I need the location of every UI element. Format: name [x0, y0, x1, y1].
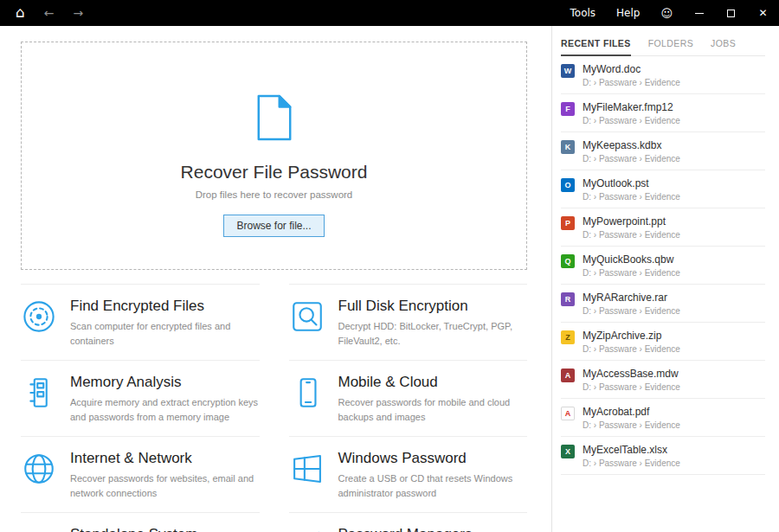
feature-internet-network[interactable]: Internet & Network Recover passwords for… [21, 436, 260, 512]
tab-jobs[interactable]: JOBS [711, 38, 736, 56]
back-button[interactable]: ← [44, 7, 55, 19]
file-info: MyAccessBase.mdw D: › Passware › Evidenc… [583, 368, 680, 392]
feature-title: Full Disk Encryption [338, 298, 528, 315]
recent-file-item[interactable]: Q MyQuickBooks.qbw D: › Passware › Evide… [561, 247, 765, 285]
file-path: D: › Passware › Evidence [583, 116, 680, 125]
help-menu[interactable]: Help [606, 0, 650, 26]
filemaker-file-icon: F [561, 102, 575, 116]
file-info: MyFileMaker.fmp12 D: › Passware › Eviden… [583, 101, 680, 125]
feature-title: Windows Password [338, 450, 528, 467]
feature-password-managers[interactable]: Password Managers Recover master passwor… [289, 512, 528, 532]
dropzone-title: Recover File Password [181, 162, 368, 183]
titlebar: ⌂ ← → Tools Help ☺ ✕ [0, 0, 779, 26]
feature-full-disk-encryption[interactable]: Full Disk Encryption Decrypt HDD: BitLoc… [289, 284, 528, 360]
maximize-icon [727, 10, 735, 17]
file-info: MyOutlook.pst D: › Passware › Evidence [583, 177, 680, 202]
feature-standalone-system[interactable]: Standalone System Extract passwords for … [21, 512, 260, 532]
file-info: MyQuickBooks.qbw D: › Passware › Evidenc… [583, 253, 680, 278]
file-info: MyRARarchive.rar D: › Passware › Evidenc… [583, 292, 680, 316]
sidebar: RECENT FILESFOLDERSJOBS W MyWord.doc D: … [551, 26, 779, 532]
file-path: D: › Passware › Evidence [583, 154, 680, 163]
recent-file-item[interactable]: W MyWord.doc D: › Passware › Evidence [561, 56, 765, 94]
app-window: ⌂ ← → Tools Help ☺ ✕ Recover File Passwo… [0, 0, 779, 532]
document-icon [254, 94, 294, 141]
feature-title: Find Encrypted Files [70, 298, 260, 315]
feature-find-encrypted-files[interactable]: Find Encrypted Files Scan computer for e… [21, 284, 260, 360]
feature-text: Windows Password Create a USB or CD that… [338, 450, 528, 500]
feature-description: Decrypt HDD: BitLocker, TrueCrypt, PGP, … [338, 319, 528, 348]
file-info: MyZipArchive.zip D: › Passware › Evidenc… [583, 330, 680, 354]
outlook-file-icon: O [561, 178, 575, 192]
file-name: MyAccessBase.mdw [583, 368, 680, 380]
feature-description: Recover passwords for websites, email an… [70, 471, 260, 500]
file-name: MyQuickBooks.qbw [583, 253, 680, 266]
feature-description: Acquire memory and extract encryption ke… [70, 395, 260, 424]
feature-description: Scan computer for encrypted files and co… [70, 319, 260, 348]
main-panel: Recover File Password Drop files here to… [0, 26, 551, 532]
disc-scan-icon [21, 298, 57, 338]
feature-text: Full Disk Encryption Decrypt HDD: BitLoc… [338, 298, 528, 348]
file-name: MyZipArchive.zip [583, 330, 680, 342]
file-name: MyFileMaker.fmp12 [583, 101, 680, 113]
windows-icon [289, 451, 325, 490]
feature-mobile-cloud[interactable]: Mobile & Cloud Recover passwords for mob… [289, 360, 528, 436]
word-file-icon: W [561, 64, 575, 78]
file-name: MyAcrobat.pdf [583, 406, 680, 418]
feature-title: Mobile & Cloud [338, 374, 528, 391]
recent-file-item[interactable]: Z MyZipArchive.zip D: › Passware › Evide… [561, 323, 765, 361]
close-button[interactable]: ✕ [747, 0, 779, 26]
file-name: MyPowerpoint.ppt [583, 215, 680, 228]
file-name: MyExcelTable.xlsx [583, 444, 680, 456]
recent-file-item[interactable]: O MyOutlook.pst D: › Passware › Evidence [561, 170, 765, 208]
forward-button[interactable]: → [74, 7, 84, 19]
file-name: MyOutlook.pst [583, 177, 680, 189]
maximize-button[interactable] [715, 0, 747, 26]
file-name: MyWord.doc [583, 63, 680, 75]
rar-file-icon: R [561, 292, 575, 306]
recent-file-item[interactable]: R MyRARarchive.rar D: › Passware › Evide… [561, 285, 765, 323]
pdf-file-icon: A [561, 407, 575, 420]
file-path: D: › Passware › Evidence [583, 230, 680, 240]
file-info: MyPowerpoint.ppt D: › Passware › Evidenc… [583, 215, 680, 240]
feedback-smiley-icon[interactable]: ☺ [650, 7, 683, 20]
file-path: D: › Passware › Evidence [583, 192, 680, 202]
file-drop-zone[interactable]: Recover File Password Drop files here to… [21, 42, 527, 270]
home-button[interactable]: ⌂ [16, 5, 25, 20]
globe-icon [21, 451, 57, 490]
tab-recent-files[interactable]: RECENT FILES [561, 38, 631, 56]
recent-file-item[interactable]: K MyKeepass.kdbx D: › Passware › Evidenc… [561, 132, 765, 170]
minimize-button[interactable] [683, 0, 715, 26]
feature-memory-analysis[interactable]: Memory Analysis Acquire memory and extra… [21, 360, 260, 436]
recent-file-item[interactable]: F MyFileMaker.fmp12 D: › Passware › Evid… [561, 94, 765, 132]
titlebar-nav: ⌂ ← → [0, 7, 83, 20]
recent-file-item[interactable]: A MyAccessBase.mdw D: › Passware › Evide… [561, 361, 765, 399]
file-info: MyAcrobat.pdf D: › Passware › Evidence [583, 406, 680, 430]
feature-text: Standalone System Extract passwords for … [70, 526, 260, 532]
file-info: MyKeepass.kdbx D: › Passware › Evidence [583, 139, 680, 163]
recent-file-item[interactable]: A MyAcrobat.pdf D: › Passware › Evidence [561, 399, 765, 437]
feature-text: Internet & Network Recover passwords for… [70, 450, 260, 500]
tools-menu[interactable]: Tools [560, 0, 607, 26]
feature-title: Password Managers [338, 526, 528, 532]
feature-windows-password[interactable]: Windows Password Create a USB or CD that… [289, 436, 528, 512]
sidebar-tabs: RECENT FILESFOLDERSJOBS [561, 38, 765, 56]
feature-text: Password Managers Recover master passwor… [338, 526, 528, 532]
minimize-icon [695, 13, 704, 14]
feature-title: Memory Analysis [70, 374, 260, 391]
browse-for-file-button[interactable]: Browse for file... [223, 215, 324, 237]
file-path: D: › Passware › Evidence [583, 268, 680, 278]
tab-folders[interactable]: FOLDERS [648, 38, 693, 56]
recent-file-item[interactable]: P MyPowerpoint.ppt D: › Passware › Evide… [561, 208, 765, 247]
zip-file-icon: Z [561, 330, 575, 344]
quickbooks-file-icon: Q [561, 254, 575, 268]
recent-file-item[interactable]: X MyExcelTable.xlsx D: › Passware › Evid… [561, 437, 765, 475]
features-grid: Find Encrypted Files Scan computer for e… [21, 284, 527, 532]
file-path: D: › Passware › Evidence [583, 382, 680, 392]
file-path: D: › Passware › Evidence [583, 420, 680, 430]
file-name: MyRARarchive.rar [583, 292, 680, 304]
feature-title: Standalone System [70, 526, 260, 532]
file-path: D: › Passware › Evidence [583, 344, 680, 354]
disk-search-icon [289, 298, 325, 338]
feature-text: Memory Analysis Acquire memory and extra… [70, 374, 260, 424]
titlebar-controls: Tools Help ☺ ✕ [560, 0, 779, 26]
